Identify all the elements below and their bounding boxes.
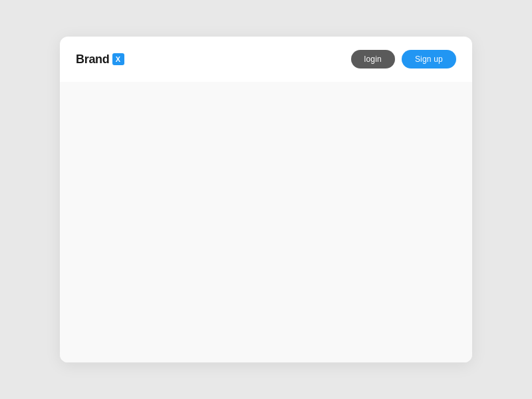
main-content bbox=[60, 82, 472, 362]
nav-buttons: login Sign up bbox=[351, 50, 456, 68]
main-card: Brand X login Sign up bbox=[60, 37, 472, 362]
brand-icon: X bbox=[112, 53, 124, 65]
brand-logo: Brand X bbox=[76, 53, 124, 66]
navbar: Brand X login Sign up bbox=[60, 37, 472, 82]
login-button[interactable]: login bbox=[351, 50, 395, 68]
brand-name: Brand bbox=[76, 53, 110, 66]
signup-button[interactable]: Sign up bbox=[402, 50, 456, 68]
